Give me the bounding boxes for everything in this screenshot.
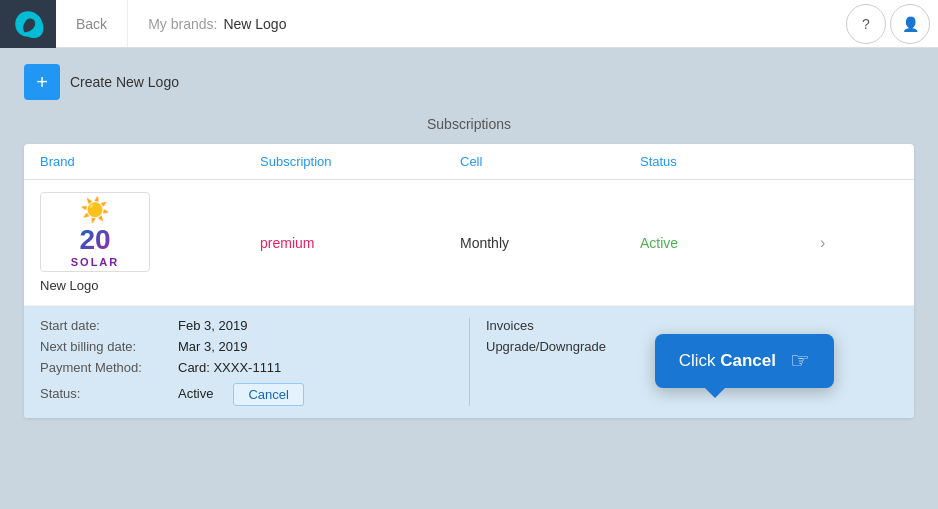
breadcrumb-prefix: My brands: xyxy=(148,16,217,32)
create-logo-button[interactable]: + xyxy=(24,64,60,100)
main-content: + Create New Logo Subscriptions Brand Su… xyxy=(0,48,938,434)
status-label: Status: xyxy=(40,386,170,401)
col-action xyxy=(820,154,860,169)
breadcrumb-brand: New Logo xyxy=(223,16,286,32)
create-logo-row: + Create New Logo xyxy=(24,64,914,100)
cancel-button[interactable]: Cancel xyxy=(233,383,303,406)
tooltip-popup: Click Cancel ☞ xyxy=(655,334,834,388)
next-billing-value: Mar 3, 2019 xyxy=(178,339,247,354)
detail-row: Start date: Feb 3, 2019 Next billing dat… xyxy=(24,306,914,418)
col-brand: Brand xyxy=(40,154,260,169)
table-row[interactable]: ☀️ 20 SOLAR New Logo premium Monthly Act… xyxy=(24,180,914,306)
payment-label: Payment Method: xyxy=(40,360,170,375)
tooltip-bold: Cancel xyxy=(720,351,776,370)
section-title: Subscriptions xyxy=(24,116,914,132)
logo-number: 20 xyxy=(79,226,110,254)
col-subscription: Subscription xyxy=(260,154,460,169)
user-button[interactable]: 👤 xyxy=(890,4,930,44)
brand-name: New Logo xyxy=(40,278,99,293)
col-cell: Cell xyxy=(460,154,640,169)
status-value: Active xyxy=(640,235,820,251)
detail-left: Start date: Feb 3, 2019 Next billing dat… xyxy=(40,318,469,406)
cursor-icon: ☞ xyxy=(790,348,810,374)
logo-text: 20 xyxy=(71,226,120,254)
status-active-value: Active xyxy=(178,386,213,401)
brand-logo-box: ☀️ 20 SOLAR xyxy=(40,192,150,272)
payment-method-item: Payment Method: Card: XXXX-1111 xyxy=(40,360,469,375)
table-header: Brand Subscription Cell Status xyxy=(24,144,914,180)
payment-value: Card: XXXX-1111 xyxy=(178,360,281,375)
top-nav: Back My brands: New Logo ? 👤 xyxy=(0,0,938,48)
brand-cell: ☀️ 20 SOLAR New Logo xyxy=(40,192,260,293)
subscriptions-table: Brand Subscription Cell Status ☀️ 20 SOL… xyxy=(24,144,914,418)
status-item: Status: Active Cancel xyxy=(40,381,469,406)
nav-icons: ? 👤 xyxy=(846,4,938,44)
back-button[interactable]: Back xyxy=(56,0,128,47)
tooltip-normal: Click xyxy=(679,351,721,370)
sun-icon: ☀️ xyxy=(71,196,120,224)
chevron-right-icon[interactable]: › xyxy=(820,234,860,252)
brand-logo-inner: ☀️ 20 SOLAR xyxy=(71,196,120,268)
help-button[interactable]: ? xyxy=(846,4,886,44)
logo-solar-text: SOLAR xyxy=(71,256,120,268)
start-date-label: Start date: xyxy=(40,318,170,333)
next-billing-item: Next billing date: Mar 3, 2019 xyxy=(40,339,469,354)
cell-value: Monthly xyxy=(460,235,640,251)
tooltip-text: Click Cancel xyxy=(679,351,776,371)
breadcrumb: My brands: New Logo xyxy=(128,16,846,32)
col-status: Status xyxy=(640,154,820,169)
invoices-link[interactable]: Invoices xyxy=(486,318,898,333)
app-logo[interactable] xyxy=(0,0,56,48)
start-date-item: Start date: Feb 3, 2019 xyxy=(40,318,469,333)
start-date-value: Feb 3, 2019 xyxy=(178,318,247,333)
next-billing-label: Next billing date: xyxy=(40,339,170,354)
subscription-type: premium xyxy=(260,235,460,251)
create-logo-label: Create New Logo xyxy=(70,74,179,90)
